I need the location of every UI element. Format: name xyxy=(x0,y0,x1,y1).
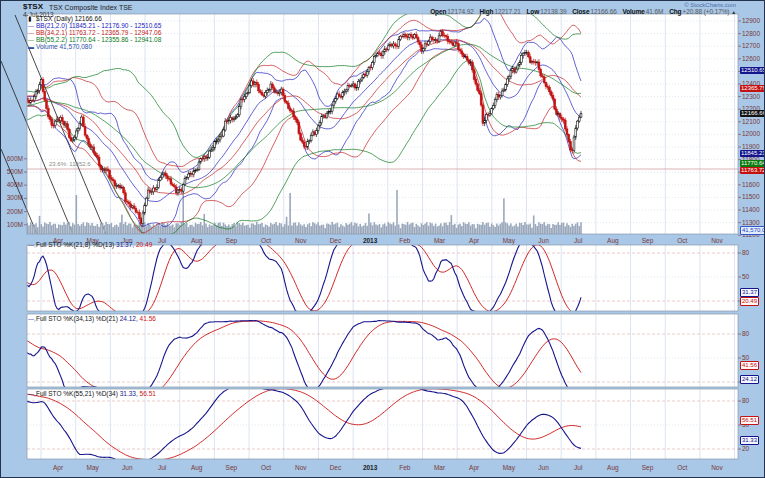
chg-up-arrow-icon: ▲ xyxy=(731,9,736,15)
legend: ▮$TSX (Daily) 12166.66 —BB(21,2.0) 11845… xyxy=(28,15,161,50)
svg-text:Jul: Jul xyxy=(574,464,583,471)
svg-text:50: 50 xyxy=(742,354,750,361)
axis-chip: 41,570,080 xyxy=(740,226,765,235)
svg-text:Sep: Sep xyxy=(226,464,238,472)
svg-text:Feb: Feb xyxy=(399,464,411,471)
svg-text:80: 80 xyxy=(742,330,750,337)
chg-value: +20.88 (+0.17%) xyxy=(682,8,729,15)
svg-text:50: 50 xyxy=(742,273,750,280)
svg-text:Jun: Jun xyxy=(538,237,549,244)
panel3-k-value: 31.33 xyxy=(120,390,140,397)
panel1-label-text: Full STO %K(21,8) %D(13) xyxy=(36,241,114,248)
chg-label: Chg xyxy=(669,8,681,15)
axis-chip: 12365.79 xyxy=(740,85,765,92)
quote-row: Open12174.92 High12217.21 Low12138.39 Cl… xyxy=(426,9,736,16)
panel1-label[interactable]: —Full STO %K(21,8) %D(13) 31.3720.49 xyxy=(28,242,152,249)
svg-text:12800: 12800 xyxy=(742,30,760,37)
axis-chip: 20.49 xyxy=(740,297,759,306)
svg-text:Sep: Sep xyxy=(642,237,654,245)
legend-volume-row[interactable]: ▬Volume 41,570,080 xyxy=(28,43,161,50)
svg-text:11300: 11300 xyxy=(742,219,760,226)
panel1-d-value: 20.49 xyxy=(136,241,152,248)
svg-text:Oct: Oct xyxy=(677,464,687,471)
chart-window: 1290012800127001260012500124001230012200… xyxy=(0,0,765,478)
panel2-k-value: 24.12 xyxy=(120,315,140,322)
volume-value: 41.6M xyxy=(646,8,664,15)
axis-chip: 11845.21 xyxy=(740,150,765,157)
svg-text:Sep: Sep xyxy=(226,237,238,245)
high-label: High xyxy=(479,8,493,15)
svg-text:Jul: Jul xyxy=(574,237,583,244)
close-value: 12166.66 xyxy=(590,8,616,15)
svg-text:Aug: Aug xyxy=(191,237,203,245)
panel2-label-text: Full STO %K(34,13) %D(21) xyxy=(36,315,118,322)
svg-text:May: May xyxy=(503,464,516,472)
legend-bb34-row[interactable]: —BB(34,2.1) 11763.72 - 12365.79 - 12947.… xyxy=(28,29,161,36)
panel1-k-value: 31.37 xyxy=(116,241,136,248)
svg-text:Aug: Aug xyxy=(607,237,619,245)
legend-bb55-row[interactable]: —BB(55,2.2) 11770.64 - 12355.86 - 12941.… xyxy=(28,36,161,43)
line-swatch-icon: — xyxy=(28,391,36,397)
chart-title: TSX Composite Index TSE xyxy=(49,4,133,11)
axis-chip: 11763.72 xyxy=(740,167,765,174)
svg-text:12100: 12100 xyxy=(742,118,760,125)
svg-text:Apr: Apr xyxy=(469,237,480,245)
panel3-label-text: Full STO %K(55,21) %D(34) xyxy=(36,390,118,397)
svg-text:12000: 12000 xyxy=(742,130,760,137)
axis-chip: 11770.64 xyxy=(740,160,765,167)
axis-chip: 12166.66 xyxy=(740,110,765,117)
legend-price-text: $TSX (Daily) 12166.66 xyxy=(36,15,102,22)
line-swatch-icon: — xyxy=(28,242,36,248)
svg-text:80: 80 xyxy=(742,397,750,404)
svg-text:100M: 100M xyxy=(7,221,23,228)
legend-bb21-text: BB(21,2.0) 11845.21 - 12176.90 - 12510.6… xyxy=(36,22,161,29)
low-label: Low xyxy=(526,8,539,15)
panel3-d-value: 56.51 xyxy=(140,390,156,397)
symbol[interactable]: $TSX xyxy=(23,3,43,11)
panel2-d-value: 41.56 xyxy=(140,315,156,322)
axis-chip: 31.37 xyxy=(740,288,759,297)
svg-text:11600: 11600 xyxy=(742,181,760,188)
svg-text:Nov: Nov xyxy=(295,464,307,471)
axis-chip: 24.12 xyxy=(740,375,759,384)
svg-text:Feb: Feb xyxy=(399,237,411,244)
axis-chip: 41.56 xyxy=(740,361,759,370)
svg-text:Nov: Nov xyxy=(295,237,307,244)
svg-text:Dec: Dec xyxy=(330,237,342,244)
chart-canvas: 1290012800127001260012500124001230012200… xyxy=(1,1,765,478)
legend-bb21-row[interactable]: —BB(21,2.0) 11845.21 - 12176.90 - 12510.… xyxy=(28,22,161,29)
svg-text:Oct: Oct xyxy=(261,237,271,244)
svg-text:200M: 200M xyxy=(7,208,23,215)
axis-chip: 56.51 xyxy=(740,416,759,425)
svg-text:Mar: Mar xyxy=(434,464,446,471)
svg-text:Jun: Jun xyxy=(538,464,549,471)
svg-text:Jul: Jul xyxy=(158,237,167,244)
svg-text:12600: 12600 xyxy=(742,55,760,62)
svg-text:Aug: Aug xyxy=(191,464,203,472)
svg-text:2013: 2013 xyxy=(363,464,378,471)
svg-text:Oct: Oct xyxy=(677,237,687,244)
svg-text:Mar: Mar xyxy=(434,237,446,244)
svg-text:600M: 600M xyxy=(7,155,23,162)
svg-text:Nov: Nov xyxy=(711,464,723,471)
legend-price-row[interactable]: ▮$TSX (Daily) 12166.66 xyxy=(28,15,161,22)
svg-text:Jul: Jul xyxy=(158,464,167,471)
fib-retracement-label: 23.6%: 11852.6 xyxy=(49,161,91,167)
volume-bars-icon: ▬ xyxy=(28,44,36,51)
svg-text:11500: 11500 xyxy=(742,193,760,200)
svg-text:Sep: Sep xyxy=(642,464,654,472)
svg-text:12300: 12300 xyxy=(742,93,760,100)
svg-text:12900: 12900 xyxy=(742,17,760,24)
axis-chip: 12510.65 xyxy=(740,67,765,74)
svg-text:12700: 12700 xyxy=(742,42,760,49)
line-swatch-icon: — xyxy=(28,316,36,322)
svg-text:May: May xyxy=(87,464,100,472)
panel3-label[interactable]: —Full STO %K(55,21) %D(34) 31.3356.51 xyxy=(28,391,156,398)
svg-text:2013: 2013 xyxy=(363,237,378,244)
open-value: 12174.92 xyxy=(447,8,473,15)
svg-text:Jun: Jun xyxy=(122,464,133,471)
legend-bb34-text: BB(34,2.1) 11763.72 - 12365.79 - 12947.0… xyxy=(36,29,161,36)
legend-bb55-text: BB(55,2.2) 11770.64 - 12355.86 - 12941.0… xyxy=(36,36,161,43)
panel2-label[interactable]: —Full STO %K(34,13) %D(21) 24.1241.56 xyxy=(28,316,156,323)
close-label: Close xyxy=(572,8,589,15)
